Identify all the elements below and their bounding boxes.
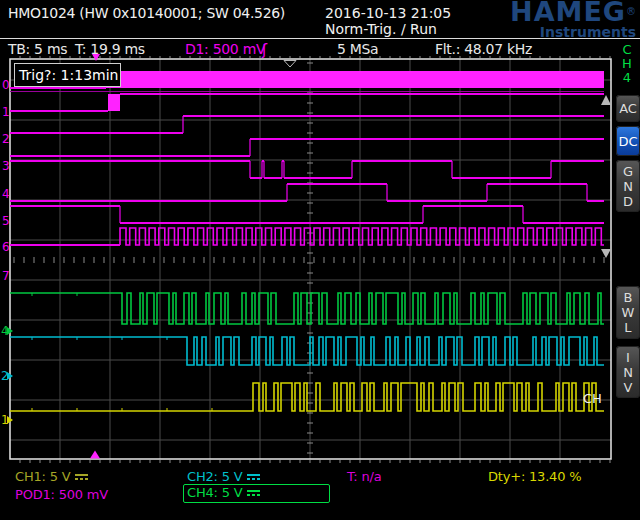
analog-trace-ch4: [10, 293, 604, 324]
ch4-readout-selected[interactable]: CH4: 5 V: [183, 484, 330, 503]
dc-coupling-icon: [247, 490, 260, 498]
coupling-dc-button[interactable]: DC: [616, 126, 640, 156]
invert-button[interactable]: I N V: [616, 346, 640, 398]
digital-busy-bar: [106, 71, 604, 88]
digital-channel-label: 6: [2, 240, 10, 254]
trigger-warning-text: Trig?: 1:13min: [19, 67, 118, 83]
pod1-readout[interactable]: POD1: 500 mV: [15, 487, 108, 502]
trigger-time-readout: T: n/a: [347, 469, 381, 484]
analog-trace-ch1: [10, 383, 604, 411]
ch1-readout[interactable]: CH1: 5 V: [15, 469, 88, 484]
trigger-warning-box: Trig?: 1:13min: [14, 63, 121, 87]
ch1-scale: CH1: 5 V: [15, 469, 70, 484]
sidebar-channel-label: C H 4: [619, 43, 635, 85]
analog-trace-ch2: [10, 337, 604, 365]
ch4-scale: CH4: 5 V: [187, 485, 242, 500]
digital-channel-label: 0: [2, 78, 10, 92]
oscilloscope-screen: HMO1024 (HW 0x10140001; SW 04.526) 2016-…: [0, 0, 640, 520]
channel-overlay-label: CH: [583, 391, 602, 406]
threshold-up-marker-icon: [601, 95, 611, 105]
ch2-scale: CH2: 5 V: [187, 469, 242, 484]
threshold-down-marker-icon: [601, 249, 611, 258]
coupling-gnd-button[interactable]: G N D: [616, 160, 640, 212]
dc-coupling-icon: [247, 474, 260, 482]
digital-channel-label: 2: [2, 132, 10, 146]
digital-channel-label: 3: [2, 159, 10, 173]
dc-coupling-icon: [75, 474, 88, 482]
digital-busy-bar: [108, 94, 120, 111]
bandwidth-limit-button[interactable]: B W L: [616, 286, 640, 339]
digital-clock-trace: [120, 228, 604, 245]
reference-marker-icon: [284, 61, 296, 68]
digital-channel-label: 4: [2, 187, 10, 201]
coupling-ac-button[interactable]: AC: [616, 95, 640, 122]
digital-channel-label: 1: [2, 105, 10, 119]
duty-cycle-readout: Dty+: 13.40 %: [488, 469, 581, 484]
trigger-bottom-marker-icon: [90, 451, 100, 459]
ch2-readout[interactable]: CH2: 5 V: [187, 469, 260, 484]
digital-channel-label: 7: [2, 269, 10, 283]
trigger-position-marker-icon: [92, 54, 100, 61]
digital-channel-label: 5: [2, 214, 10, 228]
